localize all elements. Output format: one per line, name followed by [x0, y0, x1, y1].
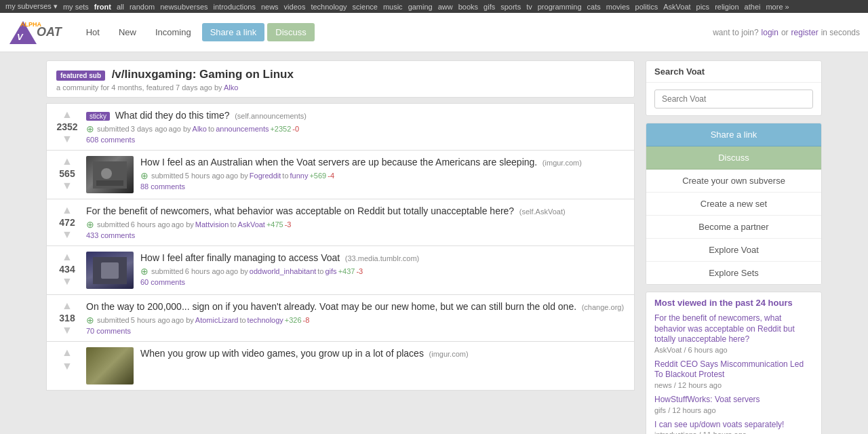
table-row: ▲ 434 ▼ How I feel after finally managin…: [46, 245, 635, 294]
tab-new[interactable]: New: [111, 23, 144, 41]
post-author[interactable]: Fogreddit: [250, 172, 281, 180]
topbar-sports[interactable]: sports: [500, 3, 521, 11]
upvote-arrow[interactable]: ▲: [62, 252, 73, 262]
most-viewed-link[interactable]: For the benefit of newcomers, what behav…: [654, 313, 813, 345]
post-author[interactable]: Mattvision: [195, 220, 229, 229]
list-item: Reddit CEO Says Miscommunication Led To …: [654, 359, 813, 389]
topbar-more[interactable]: more »: [766, 3, 789, 11]
topbar-random[interactable]: random: [130, 3, 155, 11]
topbar-religion[interactable]: religion: [715, 3, 738, 11]
downvote-arrow[interactable]: ▼: [62, 229, 73, 240]
featured-header: featured sub /v/linuxgaming: Gaming on L…: [46, 60, 635, 98]
post-title[interactable]: How I feel as an Australian when the Voa…: [140, 157, 537, 167]
post-title[interactable]: How I feel after finally managing to acc…: [140, 252, 340, 263]
topbar-my-sets[interactable]: my sets: [63, 3, 89, 11]
topbar-technology[interactable]: technology: [311, 3, 347, 11]
vote-col: ▲ 565 ▼: [54, 156, 81, 191]
downvote-arrow[interactable]: ▼: [62, 325, 73, 336]
downvote-arrow[interactable]: ▼: [62, 361, 73, 372]
topbar-news[interactable]: news: [261, 3, 279, 11]
post-thumbnail: [86, 156, 134, 193]
tab-incoming[interactable]: Incoming: [147, 23, 199, 41]
downvote-arrow[interactable]: ▼: [62, 134, 73, 144]
most-viewed-list: For the benefit of newcomers, what behav…: [646, 313, 821, 434]
featured-author[interactable]: Alko: [224, 83, 238, 92]
topbar-music[interactable]: music: [383, 3, 403, 11]
post-author[interactable]: AtomicLizard: [195, 316, 239, 324]
topbar-newsubverses[interactable]: newsubverses: [160, 3, 208, 11]
topbar: my subverses ▾ my sets front all random …: [0, 0, 868, 13]
share-link-button[interactable]: Share a link: [646, 123, 821, 146]
featured-badge: featured sub: [56, 71, 105, 81]
topbar-tv[interactable]: tv: [526, 3, 532, 11]
topbar-books[interactable]: books: [458, 3, 478, 11]
post-title[interactable]: What did they do this time?: [115, 110, 230, 121]
post-title[interactable]: For the benefit of newcomers, what behav…: [86, 205, 514, 216]
topbar-science[interactable]: science: [353, 3, 378, 11]
topbar-my-subverses[interactable]: my subverses ▾: [5, 2, 58, 11]
register-link[interactable]: register: [791, 28, 818, 37]
discuss-button[interactable]: Discuss: [646, 146, 821, 170]
post-subverse[interactable]: gifs: [326, 267, 337, 275]
most-viewed-link[interactable]: HowStuffWorks: Voat servers: [654, 395, 813, 406]
upvote-arrow[interactable]: ▲: [62, 205, 73, 216]
post-meta: ⊕ submitted 6 hours ago ago by Mattvisio…: [86, 219, 627, 230]
post-comments: 70 comments: [86, 327, 627, 335]
upvote-arrow[interactable]: ▲: [62, 109, 73, 120]
downvote-arrow[interactable]: ▼: [62, 276, 73, 287]
post-body: How I feel as an Australian when the Voa…: [140, 156, 627, 191]
post-author[interactable]: Alko: [193, 125, 207, 133]
upvote-arrow[interactable]: ▲: [62, 156, 73, 167]
post-meta: ⊕ submitted 5 hours ago ago by Fogreddit…: [140, 170, 627, 181]
featured-meta: a community for 4 months, featured 7 day…: [56, 83, 625, 92]
post-thumbnail: [86, 347, 134, 384]
topbar-introductions[interactable]: introductions: [214, 3, 256, 11]
post-subverse[interactable]: announcements: [216, 125, 269, 133]
upvote-arrow[interactable]: ▲: [62, 347, 73, 358]
topbar-movies[interactable]: movies: [606, 3, 630, 11]
topbar-cats[interactable]: cats: [587, 3, 601, 11]
topbar-gaming[interactable]: gaming: [408, 3, 433, 11]
most-viewed-box: Most viewed in the past 24 hours For the…: [646, 292, 822, 434]
list-item: HowStuffWorks: Voat servers gifs / 12 ho…: [654, 395, 813, 414]
post-title[interactable]: When you grow up with video games, you g…: [140, 348, 424, 359]
topbar-programming[interactable]: programming: [538, 3, 582, 11]
post-author[interactable]: oddworld_inhabitant: [250, 267, 316, 275]
downvote-arrow[interactable]: ▼: [62, 180, 73, 191]
topbar-videos[interactable]: videos: [284, 3, 306, 11]
post-subverse[interactable]: technology: [248, 316, 283, 324]
tab-hot[interactable]: Hot: [78, 23, 108, 41]
topbar-aww[interactable]: aww: [438, 3, 453, 11]
post-title[interactable]: On the way to 200,000... sign on if you …: [86, 301, 576, 312]
tab-share-link[interactable]: Share a link: [202, 23, 265, 41]
login-link[interactable]: login: [762, 28, 778, 37]
tab-discuss[interactable]: Discuss: [267, 23, 315, 41]
table-row: ▲ 318 ▼ On the way to 200,000... sign on…: [46, 294, 635, 341]
search-title: Search Voat: [646, 61, 821, 83]
post-body: For the benefit of newcomers, what behav…: [86, 205, 627, 239]
table-row: ▲ 2352 ▼ sticky What did they do this ti…: [46, 103, 635, 150]
create-subverse-button[interactable]: Create your own subverse: [646, 170, 821, 193]
topbar-athei[interactable]: athei: [745, 3, 761, 11]
most-viewed-link[interactable]: I can see up/down voats separately!: [654, 420, 813, 431]
topbar-all[interactable]: all: [117, 3, 124, 11]
post-list: ▲ 2352 ▼ sticky What did they do this ti…: [46, 103, 635, 391]
become-partner-button[interactable]: Become a partner: [646, 216, 821, 239]
create-set-button[interactable]: Create a new set: [646, 193, 821, 216]
topbar-politics[interactable]: politics: [635, 3, 658, 11]
logo[interactable]: V OAT ALPHA: [8, 20, 62, 45]
topbar-askvoat[interactable]: AskVoat: [663, 3, 690, 11]
upvote-arrow[interactable]: ▲: [62, 300, 73, 311]
topbar-pics[interactable]: pics: [696, 3, 710, 11]
search-input[interactable]: [654, 90, 813, 108]
explore-sets-button[interactable]: Explore Sets: [646, 262, 821, 284]
topbar-gifs[interactable]: gifs: [484, 3, 495, 11]
explore-voat-button[interactable]: Explore Voat: [646, 239, 821, 262]
sidebar: Search Voat Share a link Discuss Create …: [646, 60, 822, 434]
header: V OAT ALPHA Hot New Incoming Share a lin…: [0, 13, 868, 52]
most-viewed-link[interactable]: Reddit CEO Says Miscommunication Led To …: [654, 359, 813, 380]
post-subverse[interactable]: funny: [290, 172, 309, 180]
post-comments: 608 comments: [86, 136, 627, 144]
post-subverse[interactable]: AskVoat: [238, 220, 265, 229]
topbar-front[interactable]: front: [94, 3, 111, 11]
